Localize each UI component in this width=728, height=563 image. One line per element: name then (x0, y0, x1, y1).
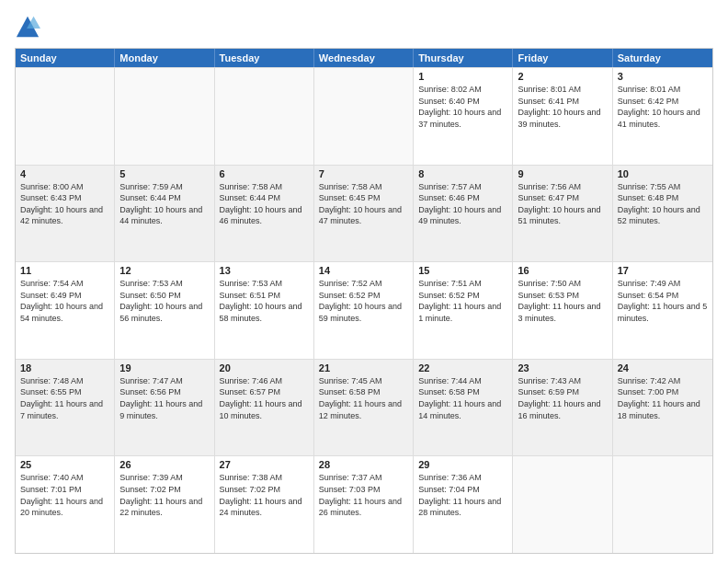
calendar-cell: 9Sunrise: 7:56 AMSunset: 6:47 PMDaylight… (513, 166, 612, 262)
day-info: Sunrise: 8:00 AMSunset: 6:43 PMDaylight:… (20, 181, 109, 227)
calendar-header-cell: Monday (115, 49, 214, 67)
day-info: Sunrise: 7:50 AMSunset: 6:53 PMDaylight:… (518, 278, 607, 324)
day-info: Sunrise: 8:01 AMSunset: 6:42 PMDaylight:… (618, 84, 708, 130)
calendar-cell: 11Sunrise: 7:54 AMSunset: 6:49 PMDayligh… (16, 262, 115, 359)
day-info: Sunrise: 7:56 AMSunset: 6:47 PMDaylight:… (518, 181, 607, 227)
day-number: 3 (618, 71, 708, 82)
day-number: 18 (20, 362, 109, 373)
calendar-row: 11Sunrise: 7:54 AMSunset: 6:49 PMDayligh… (16, 261, 712, 359)
calendar-cell: 12Sunrise: 7:53 AMSunset: 6:50 PMDayligh… (115, 262, 214, 359)
day-number: 9 (518, 168, 607, 179)
calendar-cell: 2Sunrise: 8:01 AMSunset: 6:41 PMDaylight… (513, 68, 612, 165)
day-number: 5 (119, 168, 209, 179)
calendar-cell: 16Sunrise: 7:50 AMSunset: 6:53 PMDayligh… (513, 262, 612, 359)
day-info: Sunrise: 7:44 AMSunset: 6:58 PMDaylight:… (418, 375, 507, 421)
calendar-cell (613, 456, 712, 553)
logo (15, 15, 44, 40)
day-number: 10 (618, 168, 708, 179)
day-info: Sunrise: 7:58 AMSunset: 6:45 PMDaylight:… (319, 181, 408, 227)
calendar-header-cell: Friday (513, 49, 612, 67)
day-info: Sunrise: 7:55 AMSunset: 6:48 PMDaylight:… (618, 181, 708, 227)
calendar-cell: 22Sunrise: 7:44 AMSunset: 6:58 PMDayligh… (414, 360, 513, 456)
day-info: Sunrise: 7:57 AMSunset: 6:46 PMDaylight:… (418, 181, 507, 227)
day-info: Sunrise: 7:51 AMSunset: 6:52 PMDaylight:… (418, 278, 507, 324)
calendar-cell: 19Sunrise: 7:47 AMSunset: 6:56 PMDayligh… (115, 360, 214, 456)
day-number: 20 (220, 362, 309, 373)
day-number: 21 (319, 362, 408, 373)
day-info: Sunrise: 7:37 AMSunset: 7:03 PMDaylight:… (319, 472, 408, 518)
day-number: 11 (20, 265, 109, 276)
day-number: 13 (220, 265, 309, 276)
day-number: 15 (418, 265, 507, 276)
day-number: 4 (20, 168, 109, 179)
calendar-cell: 7Sunrise: 7:58 AMSunset: 6:45 PMDaylight… (314, 166, 414, 262)
calendar-cell: 25Sunrise: 7:40 AMSunset: 7:01 PMDayligh… (16, 456, 115, 553)
calendar-cell: 20Sunrise: 7:46 AMSunset: 6:57 PMDayligh… (215, 360, 314, 456)
header (15, 15, 713, 40)
day-number: 2 (518, 71, 607, 82)
calendar-cell: 18Sunrise: 7:48 AMSunset: 6:55 PMDayligh… (16, 360, 115, 456)
calendar-cell: 24Sunrise: 7:42 AMSunset: 7:00 PMDayligh… (613, 360, 712, 456)
day-info: Sunrise: 7:39 AMSunset: 7:02 PMDaylight:… (119, 472, 209, 518)
day-info: Sunrise: 7:38 AMSunset: 7:02 PMDaylight:… (220, 472, 309, 518)
calendar-header-cell: Wednesday (314, 49, 414, 67)
day-number: 25 (20, 459, 109, 470)
calendar-header: SundayMondayTuesdayWednesdayThursdayFrid… (16, 49, 712, 67)
day-number: 7 (319, 168, 408, 179)
day-info: Sunrise: 7:43 AMSunset: 6:59 PMDaylight:… (518, 375, 607, 421)
calendar-row: 18Sunrise: 7:48 AMSunset: 6:55 PMDayligh… (16, 359, 712, 456)
calendar-cell (16, 68, 115, 165)
calendar-row: 1Sunrise: 8:02 AMSunset: 6:40 PMDaylight… (16, 67, 712, 165)
day-info: Sunrise: 7:54 AMSunset: 6:49 PMDaylight:… (20, 278, 109, 324)
day-info: Sunrise: 7:49 AMSunset: 6:54 PMDaylight:… (618, 278, 708, 324)
day-info: Sunrise: 7:58 AMSunset: 6:44 PMDaylight:… (220, 181, 309, 227)
day-info: Sunrise: 7:46 AMSunset: 6:57 PMDaylight:… (220, 375, 309, 421)
day-info: Sunrise: 7:53 AMSunset: 6:51 PMDaylight:… (220, 278, 309, 324)
day-number: 26 (119, 459, 209, 470)
calendar-cell: 23Sunrise: 7:43 AMSunset: 6:59 PMDayligh… (513, 360, 612, 456)
calendar-cell: 4Sunrise: 8:00 AMSunset: 6:43 PMDaylight… (16, 166, 115, 262)
day-info: Sunrise: 7:52 AMSunset: 6:52 PMDaylight:… (319, 278, 408, 324)
page: SundayMondayTuesdayWednesdayThursdayFrid… (0, 0, 728, 563)
calendar-row: 25Sunrise: 7:40 AMSunset: 7:01 PMDayligh… (16, 455, 712, 553)
calendar-cell: 10Sunrise: 7:55 AMSunset: 6:48 PMDayligh… (613, 166, 712, 262)
calendar-cell: 21Sunrise: 7:45 AMSunset: 6:58 PMDayligh… (314, 360, 414, 456)
logo-icon (15, 15, 40, 40)
calendar: SundayMondayTuesdayWednesdayThursdayFrid… (15, 48, 713, 554)
day-number: 17 (618, 265, 708, 276)
day-number: 19 (119, 362, 209, 373)
calendar-cell: 8Sunrise: 7:57 AMSunset: 6:46 PMDaylight… (414, 166, 513, 262)
calendar-cell: 26Sunrise: 7:39 AMSunset: 7:02 PMDayligh… (115, 456, 214, 553)
calendar-cell: 5Sunrise: 7:59 AMSunset: 6:44 PMDaylight… (115, 166, 214, 262)
calendar-header-cell: Sunday (16, 49, 115, 67)
calendar-body: 1Sunrise: 8:02 AMSunset: 6:40 PMDaylight… (16, 67, 712, 553)
calendar-cell: 17Sunrise: 7:49 AMSunset: 6:54 PMDayligh… (613, 262, 712, 359)
day-number: 6 (220, 168, 309, 179)
day-number: 14 (319, 265, 408, 276)
day-number: 1 (418, 71, 507, 82)
day-info: Sunrise: 7:59 AMSunset: 6:44 PMDaylight:… (119, 181, 209, 227)
day-number: 29 (418, 459, 507, 470)
calendar-cell: 13Sunrise: 7:53 AMSunset: 6:51 PMDayligh… (215, 262, 314, 359)
calendar-cell: 28Sunrise: 7:37 AMSunset: 7:03 PMDayligh… (314, 456, 414, 553)
day-number: 12 (119, 265, 209, 276)
day-number: 24 (618, 362, 708, 373)
day-number: 23 (518, 362, 607, 373)
day-info: Sunrise: 7:53 AMSunset: 6:50 PMDaylight:… (119, 278, 209, 324)
day-number: 28 (319, 459, 408, 470)
calendar-header-cell: Saturday (613, 49, 712, 67)
day-info: Sunrise: 7:40 AMSunset: 7:01 PMDaylight:… (20, 472, 109, 518)
day-info: Sunrise: 7:36 AMSunset: 7:04 PMDaylight:… (418, 472, 507, 518)
day-number: 22 (418, 362, 507, 373)
day-number: 27 (220, 459, 309, 470)
calendar-header-cell: Thursday (414, 49, 513, 67)
day-info: Sunrise: 7:47 AMSunset: 6:56 PMDaylight:… (119, 375, 209, 421)
day-info: Sunrise: 8:01 AMSunset: 6:41 PMDaylight:… (518, 84, 607, 130)
calendar-cell: 27Sunrise: 7:38 AMSunset: 7:02 PMDayligh… (215, 456, 314, 553)
day-number: 16 (518, 265, 607, 276)
day-info: Sunrise: 7:45 AMSunset: 6:58 PMDaylight:… (319, 375, 408, 421)
calendar-cell: 14Sunrise: 7:52 AMSunset: 6:52 PMDayligh… (314, 262, 414, 359)
day-info: Sunrise: 7:42 AMSunset: 7:00 PMDaylight:… (618, 375, 708, 421)
calendar-cell (314, 68, 414, 165)
calendar-cell (115, 68, 214, 165)
